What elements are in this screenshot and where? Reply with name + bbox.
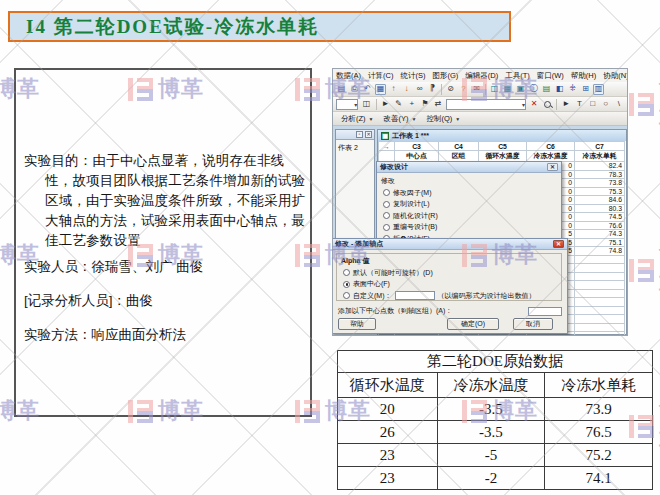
flag-icon[interactable]: ⚑	[420, 99, 430, 110]
close-graphs-icon[interactable]: ▥	[593, 84, 604, 95]
move-up-icon[interactable]: ↑	[388, 84, 399, 95]
radio-modify-factors[interactable]: 修改因子(M)	[383, 188, 561, 198]
find-icon[interactable]: ∞	[414, 84, 425, 95]
col-id[interactable]: C7	[575, 142, 625, 151]
experiment-recorder-text: [记录分析人员]：曲俊	[24, 292, 306, 310]
worksheet-colname-row: 中心点 区组 循环水温度 冷冻水温度 冷冻水单耗	[379, 151, 625, 162]
help-button[interactable]: 帮助	[338, 318, 376, 330]
delete-icon[interactable]: ✕	[529, 99, 539, 110]
menu-editor[interactable]: 编辑器(D)	[465, 71, 498, 81]
doe-header-cell: 循环水温度	[338, 373, 438, 398]
col-id[interactable]: C3	[395, 142, 439, 151]
col-id[interactable]: C6	[527, 142, 575, 151]
save-icon[interactable]: ▤	[336, 84, 347, 95]
select-tool-icon[interactable]: ►	[561, 99, 571, 110]
project-manager-icon[interactable]: ◧	[554, 84, 565, 95]
col-id[interactable]: C5	[479, 142, 527, 151]
no-entry-icon[interactable]: ⊘	[445, 84, 456, 95]
ellipse-tool-icon[interactable]: ○	[601, 99, 611, 110]
swap-icon[interactable]: ⇄	[433, 99, 443, 110]
quick-menu-control[interactable]: 控制(Q)▼	[426, 114, 460, 124]
ok-button[interactable]: 确定(O)	[447, 318, 499, 330]
menu-help[interactable]: 帮助(H)	[571, 71, 596, 81]
undo-icon[interactable]: ↶	[362, 84, 373, 95]
show-graphs-icon[interactable]: ⊞	[580, 84, 591, 95]
history-window-icon[interactable]: ▤	[541, 84, 552, 95]
data-window-icon[interactable]: ▦	[502, 84, 513, 95]
edit-last-dialog-icon[interactable]: ⁜	[567, 84, 578, 95]
rectangle-tool-icon[interactable]: □	[588, 99, 598, 110]
close-icon[interactable]: ✕	[553, 240, 564, 248]
add-axial-points-titlebar[interactable]: 修改 - 添加轴点 ✕	[332, 239, 567, 250]
modify-design-dialog: 修改设计 ✕ 修改 修改因子(M) 复制设计(L) 随机化设计(R) 重编号设计…	[376, 161, 562, 243]
print-icon[interactable]: ⎙	[349, 84, 360, 95]
add-axial-points-dialog: 修改 - 添加轴点 ✕ Alpha 值 默认（可能时可旋转）(D) 表面中心(F…	[332, 238, 568, 334]
menu-tools[interactable]: 工具(T)	[505, 71, 530, 81]
doe-header-cell: 冷冻水温度	[437, 373, 545, 398]
graph-window-icon[interactable]: ▣	[515, 84, 526, 95]
add-axial-points-title: 修改 - 添加轴点	[335, 239, 383, 249]
radio-replicate-design[interactable]: 复制设计(L)	[383, 199, 561, 209]
doe-cell: 23	[338, 467, 438, 490]
text-tool-icon[interactable]: T	[574, 99, 584, 110]
radio-randomize-design[interactable]: 随机化设计(R)	[383, 211, 561, 221]
worksheet-icon[interactable]: ▦	[375, 84, 386, 95]
doe-table-row: 26 -3.5 76.5	[338, 421, 653, 444]
menu-data[interactable]: 数据(A)	[336, 71, 361, 81]
modify-design-titlebar[interactable]: 修改设计 ✕	[377, 162, 561, 173]
session-window-icon[interactable]: ◫	[489, 84, 500, 95]
radio-face-center[interactable]: 表面中心(F)	[343, 279, 561, 289]
quick-menu-analyze[interactable]: 分析(Z)▼	[341, 114, 374, 124]
col-name[interactable]: 循环水温度	[479, 151, 527, 162]
chevron-down-icon: ▼	[369, 116, 374, 122]
move-down-icon[interactable]: ↓	[401, 84, 412, 95]
radio-icon	[343, 269, 350, 276]
worksheet-corner-arrow-icon[interactable]: →	[379, 142, 395, 151]
font-size-dropdown[interactable]: ▾	[336, 99, 358, 110]
find-next-icon[interactable]: ⁋	[427, 84, 438, 95]
toolbar-separator	[376, 99, 377, 110]
radio-custom[interactable]: 自定义(M)： （以编码形式为设计给出数值）	[343, 291, 561, 301]
col-name[interactable]: 冷冻水单耗	[575, 151, 625, 162]
doe-cell: 23	[338, 444, 438, 467]
menu-calc[interactable]: 计算(C)	[368, 71, 393, 81]
menu-assistant[interactable]: 协助(N)	[603, 71, 627, 81]
center-points-input[interactable]	[528, 307, 562, 316]
line-tool-icon[interactable]: \	[614, 99, 624, 110]
experiment-personnel-text: 实验人员：徐瑞雪、刘广 曲俊	[24, 258, 306, 276]
open-project-icon[interactable]: ✉	[471, 84, 482, 95]
radio-renumber-design[interactable]: 重编号设计(B)	[383, 222, 561, 232]
info-icon[interactable]: ⓘ	[528, 84, 539, 95]
close-icon[interactable]: ✕	[365, 131, 372, 138]
minitab-quick-access-bar: 分析(Z)▼ 改善(Y)▼ 控制(Q)▼	[333, 112, 627, 126]
restore-icon[interactable]: ▫	[356, 131, 363, 138]
doe-table-header-row: 循环水温度 冷冻水温度 冷冻水单耗	[338, 373, 653, 398]
help-key-icon[interactable]: ?	[458, 84, 469, 95]
crosshair-icon[interactable]: +	[407, 99, 417, 110]
cancel-button[interactable]: 取消	[513, 318, 553, 330]
col-name[interactable]: 冷冻水温度	[527, 151, 575, 162]
select-pointer-icon[interactable]: ►	[380, 99, 390, 110]
menu-stat[interactable]: 统计(S)	[400, 71, 425, 81]
radio-default-rotatable[interactable]: 默认（可能时可旋转）(D)	[343, 268, 561, 278]
chevron-down-icon: ▼	[455, 116, 460, 122]
quick-menu-improve[interactable]: 改善(Y)▼	[384, 114, 417, 124]
modify-group-label: 修改	[381, 176, 561, 186]
close-icon[interactable]: ✕	[547, 163, 558, 171]
alpha-value-label: Alpha 值	[341, 256, 561, 266]
menu-window[interactable]: 窗口(W)	[537, 71, 564, 81]
menu-graph[interactable]: 图形(G)	[432, 71, 458, 81]
custom-alpha-input[interactable]	[395, 291, 435, 300]
toolbar-separator	[556, 99, 557, 110]
col-name[interactable]: 区组	[439, 151, 479, 162]
col-name[interactable]: 中心点	[395, 151, 439, 162]
properties-icon[interactable]: ◫	[361, 99, 371, 110]
command-field[interactable]: ▾	[446, 99, 526, 110]
doe-header-cell: 冷冻水单耗	[545, 373, 653, 398]
worksheet1-titlebar[interactable]: ▦ 工作表 1 ***	[378, 130, 626, 141]
brush-icon[interactable]: ✎	[394, 99, 404, 110]
col-id[interactable]: C4	[439, 142, 479, 151]
worksheet2-label[interactable]: 作表 2	[336, 140, 374, 156]
zoom-icon[interactable]	[542, 99, 552, 110]
experiment-purpose-text: 实验目的：由于中心点显著，说明存在非线性，故项目团队根据工艺条件增加新的试验区域…	[24, 151, 306, 251]
